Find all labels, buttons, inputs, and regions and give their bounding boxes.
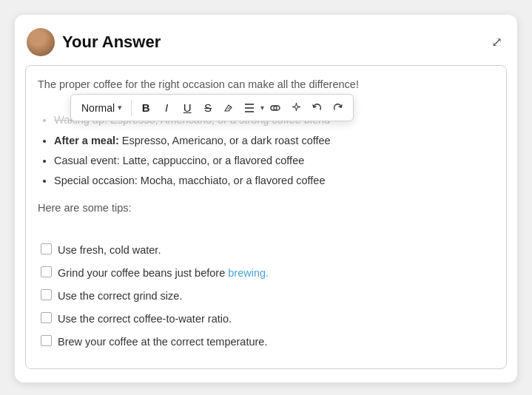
- list-item: Casual event: Latte, cappuccino, or a fl…: [54, 152, 494, 169]
- underline-button[interactable]: U: [178, 98, 197, 117]
- page-title: Your Answer: [62, 33, 161, 52]
- list-dropdown[interactable]: ▾: [240, 100, 264, 116]
- header-left: Your Answer: [27, 28, 161, 56]
- list-item: Grind your coffee beans just before brew…: [41, 265, 494, 282]
- divider: [131, 100, 132, 116]
- chevron-down-icon: ▾: [118, 103, 122, 112]
- answer-card: Your Answer ⤢ Normal ▾ B I U S: [15, 15, 517, 382]
- checkbox-label: Brew your coffee at the correct temperat…: [58, 334, 267, 351]
- checkbox[interactable]: [41, 312, 52, 323]
- checkbox[interactable]: [41, 289, 52, 300]
- bold-label: After a meal:: [54, 135, 119, 146]
- paragraph-style-label: Normal: [81, 102, 115, 114]
- link-button[interactable]: [266, 100, 285, 116]
- list-item: Brew your coffee at the correct temperat…: [41, 334, 494, 351]
- intro-text: The proper coffee for the right occasion…: [38, 76, 494, 93]
- undo-button[interactable]: [307, 99, 326, 116]
- undo-icon: [312, 102, 323, 113]
- bullet-list: Waking up: Espresso, Americano, or a str…: [38, 112, 494, 189]
- formatting-toolbar: Normal ▾ B I U S: [70, 94, 354, 121]
- list-item: Use the correct coffee-to-water ratio.: [41, 311, 494, 328]
- eraser-button[interactable]: [219, 99, 238, 116]
- brewing-link[interactable]: brewing.: [228, 267, 269, 279]
- bold-button[interactable]: B: [136, 98, 155, 117]
- avatar: [27, 28, 55, 56]
- list-icon: [243, 103, 255, 113]
- expand-icon[interactable]: ⤢: [491, 34, 502, 50]
- strikethrough-button[interactable]: S: [198, 98, 218, 117]
- checkbox-label: Use the correct coffee-to-water ratio.: [58, 311, 232, 328]
- checkbox[interactable]: [41, 335, 52, 346]
- checkbox[interactable]: [41, 243, 52, 254]
- list-item: After a meal: Espresso, Americano, or a …: [54, 132, 494, 149]
- list-item: Special occasion: Mocha, macchiato, or a…: [54, 172, 494, 189]
- checkbox-label: Grind your coffee beans just before brew…: [58, 265, 269, 282]
- magic-icon: [291, 102, 302, 113]
- italic-button[interactable]: I: [157, 98, 176, 117]
- checkbox-list: Use fresh, cold water. Grind your coffee…: [38, 242, 494, 351]
- checkbox-label: Use fresh, cold water.: [58, 242, 161, 259]
- card-header: Your Answer ⤢: [15, 15, 517, 65]
- eraser-icon: [223, 102, 235, 113]
- editor-area: Normal ▾ B I U S: [25, 65, 507, 369]
- redo-button[interactable]: [328, 99, 347, 116]
- list-button[interactable]: [240, 100, 259, 116]
- list-item: Use fresh, cold water.: [41, 242, 494, 259]
- checkbox[interactable]: [41, 266, 52, 277]
- tips-heading: Here are some tips:: [38, 200, 494, 217]
- paragraph-style-dropdown[interactable]: Normal ▾: [77, 100, 127, 116]
- list-item: Use the correct grind size.: [41, 288, 494, 305]
- link-icon: [269, 103, 281, 113]
- checkbox-label: Use the correct grind size.: [58, 288, 182, 305]
- redo-icon: [332, 102, 343, 113]
- magic-button[interactable]: [286, 99, 306, 116]
- list-arrow-icon[interactable]: ▾: [260, 104, 264, 112]
